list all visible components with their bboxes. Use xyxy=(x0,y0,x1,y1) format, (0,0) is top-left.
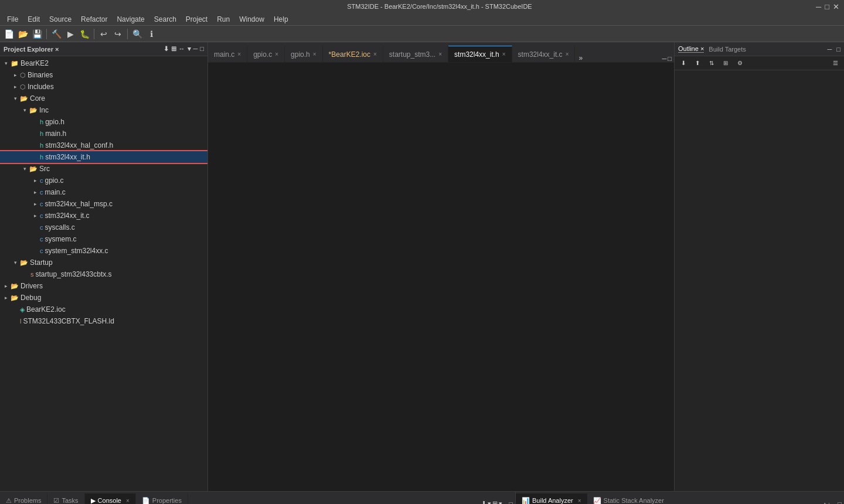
menu-item-file[interactable]: File xyxy=(2,14,23,25)
code-content[interactable] xyxy=(232,63,674,491)
console-toolbar-icon4[interactable]: ▾ xyxy=(499,500,502,504)
tree-item-syscalls-c[interactable]: ▸ c syscalls.c xyxy=(0,222,207,233)
toolbar-open[interactable]: 📂 xyxy=(16,28,29,40)
toolbar-search[interactable]: 🔍 xyxy=(131,28,144,40)
tree-item-it-h[interactable]: ▸ h stm32l4xx_it.h xyxy=(0,151,207,163)
tab-stm32l4xx-it-h[interactable]: stm32l4xx_it.h × xyxy=(448,46,512,62)
line-numbers xyxy=(208,63,232,491)
menu-item-refactor[interactable]: Refactor xyxy=(76,14,112,25)
minimize-button[interactable]: ─ xyxy=(816,2,821,11)
toolbar-undo[interactable]: ↩ xyxy=(97,28,110,40)
outline-expand[interactable]: ⬆ xyxy=(691,57,704,70)
menu-item-run[interactable]: Run xyxy=(212,14,234,25)
tab-overflow[interactable]: » xyxy=(575,54,586,62)
tab-close-gpio-h[interactable]: × xyxy=(313,51,316,57)
console-tab-properties[interactable]: 📄 Properties xyxy=(136,493,188,504)
toolbar-save[interactable]: 💾 xyxy=(30,28,43,40)
build-icon4[interactable]: □ xyxy=(838,500,842,504)
tab-startup[interactable]: startup_stm3... × xyxy=(383,46,448,62)
tree-item-gpio-h[interactable]: ▸ h gpio.h xyxy=(0,116,207,128)
tab-bearke2-ioc[interactable]: *BearKE2.ioc × xyxy=(323,46,383,62)
build-icon1[interactable]: ↑ xyxy=(823,500,827,504)
sidebar-max-icon[interactable]: □ xyxy=(200,45,204,53)
console-toolbar-icon2[interactable]: ▾ xyxy=(488,500,491,504)
tab-close-bearke2-ioc[interactable]: × xyxy=(373,51,377,57)
tab-outline[interactable]: Outline × xyxy=(678,45,704,53)
tree-item-bearke2[interactable]: ▾ 📁 BearKE2 xyxy=(0,57,207,69)
tree-item-sysmem-c[interactable]: ▸ c sysmem.c xyxy=(0,233,207,245)
menu-item-search[interactable]: Search xyxy=(149,14,181,25)
tree-item-includes[interactable]: ▸ ⬡ Includes xyxy=(0,81,207,93)
right-panel-max[interactable]: □ xyxy=(836,46,840,53)
console-min[interactable]: ─ xyxy=(503,500,508,505)
sidebar-min-icon[interactable]: ─ xyxy=(193,45,198,53)
outline-settings[interactable]: ⚙ xyxy=(733,57,746,70)
tree-item-inc[interactable]: ▾ 📂 Inc xyxy=(0,104,207,116)
tab-gpio-h[interactable]: gpio.h × xyxy=(285,46,323,62)
build-icon2[interactable]: ↓ xyxy=(828,500,831,504)
menu-item-navigate[interactable]: Navigate xyxy=(112,14,149,25)
toolbar-new[interactable]: 📄 xyxy=(2,28,15,40)
tab-close-stm32l4xx-it-h[interactable]: × xyxy=(502,51,506,57)
code-editor[interactable] xyxy=(208,63,674,491)
tree-item-debug[interactable]: ▸ 📂 Debug xyxy=(0,292,207,304)
console-max[interactable]: □ xyxy=(509,500,513,505)
menu-item-project[interactable]: Project xyxy=(181,14,212,25)
build-icon3[interactable]: ─ xyxy=(832,500,837,504)
console-tab-tasks[interactable]: ☑ Tasks xyxy=(47,493,84,504)
tree-item-it-c[interactable]: ▸ c stm32l4xx_it.c xyxy=(0,210,207,222)
build-tab-analyzer[interactable]: 📊 Build Analyzer × xyxy=(516,493,587,504)
tree-item-core[interactable]: ▾ 📂 Core xyxy=(0,93,207,104)
build-tab-static-stack[interactable]: 📈 Static Stack Analyzer xyxy=(587,493,670,504)
sidebar-filter-icon[interactable]: ⊞ xyxy=(171,45,176,53)
toolbar-run[interactable]: ▶ xyxy=(64,28,77,40)
tree-item-ld[interactable]: ▸ l STM32L433CBTX_FLASH.ld xyxy=(0,315,207,327)
right-panel-min[interactable]: ─ xyxy=(828,46,832,53)
tab-gpio-c[interactable]: gpio.c × xyxy=(247,46,285,62)
build-analyzer-close[interactable]: × xyxy=(578,498,581,504)
tree-item-main-c[interactable]: ▸ c main.c xyxy=(0,186,207,198)
sidebar-collapse-icon[interactable]: ⬇ xyxy=(164,45,169,53)
tab-build-targets[interactable]: Build Targets xyxy=(709,46,746,53)
outline-sort[interactable]: ⇅ xyxy=(705,57,718,70)
tab-close-startup[interactable]: × xyxy=(438,51,442,57)
outline-collapse[interactable]: ⬇ xyxy=(677,57,690,70)
toolbar-info[interactable]: ℹ xyxy=(145,28,158,40)
tree-item-drivers[interactable]: ▸ 📂 Drivers xyxy=(0,280,207,292)
tab-main-c[interactable]: main.c × xyxy=(208,46,247,62)
tree-item-startup-folder[interactable]: ▾ 📂 Startup xyxy=(0,257,207,268)
tab-close-main-c[interactable]: × xyxy=(237,51,241,57)
maximize-button[interactable]: □ xyxy=(825,2,829,11)
outline-menu[interactable]: ☰ xyxy=(829,57,842,70)
tree-item-main-h[interactable]: ▸ h main.h xyxy=(0,128,207,139)
console-tab-problems[interactable]: ⚠ Problems xyxy=(0,493,47,504)
tree-item-ioc[interactable]: ▸ ◈ BearKE2.ioc xyxy=(0,304,207,315)
toolbar-debug[interactable]: 🐛 xyxy=(78,28,91,40)
editor-max-icon[interactable]: □ xyxy=(668,55,672,62)
tree-item-hal-conf-h[interactable]: ▸ h stm32l4xx_hal_conf.h xyxy=(0,139,207,151)
toolbar-build[interactable]: 🔨 xyxy=(50,28,63,40)
console-close[interactable]: × xyxy=(126,498,130,504)
tab-close-gpio-c[interactable]: × xyxy=(275,51,278,57)
menu-item-edit[interactable]: Edit xyxy=(23,14,45,25)
sidebar-sync-icon[interactable]: ↔ xyxy=(179,45,185,53)
menu-item-help[interactable]: Help xyxy=(269,14,293,25)
tree-item-system-c[interactable]: ▸ c system_stm32l4xx.c xyxy=(0,245,207,257)
tree-item-startup-s[interactable]: ▸ s startup_stm32l433cbtx.s xyxy=(0,268,207,280)
console-tab-console[interactable]: ▶ Console × xyxy=(85,493,136,504)
console-toolbar-icon3[interactable]: ⊞ xyxy=(492,500,498,504)
close-button[interactable]: ✕ xyxy=(833,2,839,11)
toolbar-redo[interactable]: ↪ xyxy=(111,28,124,40)
sidebar-menu-icon[interactable]: ▾ xyxy=(188,45,191,53)
tab-close-stm32l4xx-it-c[interactable]: × xyxy=(566,51,569,57)
tree-item-binaries[interactable]: ▸ ⬡ Binaries xyxy=(0,69,207,81)
tab-stm32l4xx-it-c[interactable]: stm32l4xx_it.c × xyxy=(512,46,576,62)
outline-filter[interactable]: ⊞ xyxy=(719,57,732,70)
tree-item-hal-msp-c[interactable]: ▸ c stm32l4xx_hal_msp.c xyxy=(0,198,207,210)
editor-min-icon[interactable]: ─ xyxy=(662,55,667,62)
menu-item-source[interactable]: Source xyxy=(45,14,76,25)
tree-item-src[interactable]: ▾ 📂 Src xyxy=(0,163,207,175)
tree-item-gpio-c[interactable]: ▸ c gpio.c xyxy=(0,175,207,186)
console-toolbar-icon1[interactable]: ⬇ xyxy=(481,500,486,504)
menu-item-window[interactable]: Window xyxy=(234,14,269,25)
